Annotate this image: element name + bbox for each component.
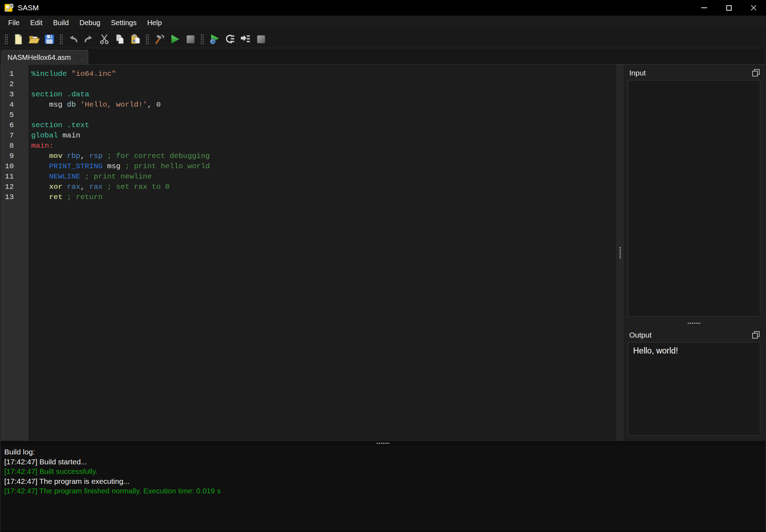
code-line: 3section .data <box>1 89 616 100</box>
float-panel-icon[interactable] <box>752 331 760 339</box>
code-text[interactable]: ret ; return <box>28 192 103 202</box>
build-log-entry: [17:42:47] The program is executing... <box>4 476 762 486</box>
menu-build[interactable]: Build <box>48 17 74 29</box>
line-number[interactable]: 10 <box>1 161 28 171</box>
code-line: 7global main <box>1 130 616 141</box>
line-number[interactable]: 7 <box>1 130 28 141</box>
paste-icon <box>130 33 141 45</box>
cut-icon <box>98 33 110 45</box>
code-text[interactable]: PRINT_STRING msg ; print hello world <box>28 161 210 171</box>
splitter-handle-icon <box>376 442 390 444</box>
line-number[interactable]: 9 <box>1 151 28 161</box>
stop-debug-button[interactable] <box>254 33 267 46</box>
line-number[interactable]: 1 <box>1 69 28 79</box>
code-text[interactable]: global main <box>28 130 80 141</box>
menu-settings[interactable]: Settings <box>106 17 142 29</box>
step-into-button[interactable] <box>238 33 252 46</box>
code-line: 2 <box>1 79 616 89</box>
copy-button[interactable] <box>113 33 126 46</box>
title-bar: SASM <box>0 0 766 16</box>
run-debug-button[interactable] <box>207 33 221 46</box>
code-line: 8main: <box>1 141 616 151</box>
code-line: 11 NEWLINE ; print newline <box>1 171 616 182</box>
stop-button[interactable] <box>184 33 197 46</box>
run-debug-icon <box>208 33 220 45</box>
float-panel-icon[interactable] <box>752 69 760 77</box>
minimize-button[interactable] <box>692 0 716 16</box>
tab-bar: NASMHellox64.asm ✎ <box>1 48 765 64</box>
menu-bar: FileEditBuildDebugSettingsHelp <box>0 16 766 30</box>
vertical-splitter[interactable] <box>616 64 624 441</box>
tab-nasmhellox64[interactable]: NASMHellox64.asm ✎ <box>1 50 88 65</box>
line-number[interactable]: 2 <box>1 79 28 89</box>
panel-splitter[interactable] <box>628 317 760 329</box>
line-number[interactable]: 6 <box>1 120 28 130</box>
new-file-icon <box>12 33 24 45</box>
splitter-handle-icon <box>687 322 701 324</box>
menu-help[interactable]: Help <box>142 17 167 29</box>
horizontal-splitter[interactable] <box>1 441 765 445</box>
code-text[interactable]: NEWLINE ; print newline <box>28 171 152 182</box>
window-controls <box>692 0 766 16</box>
line-number[interactable]: 8 <box>1 141 28 151</box>
pencil-icon: ✎ <box>76 53 83 62</box>
code-editor[interactable]: 1%include "io64.inc"23section .data4 msg… <box>1 64 616 441</box>
code-text[interactable]: msg db 'Hello, world!', 0 <box>28 100 161 110</box>
step-over-button[interactable] <box>223 33 236 46</box>
code-text[interactable]: section .text <box>28 120 89 130</box>
toolbar-handle[interactable] <box>201 34 204 45</box>
code-line: 6section .text <box>1 120 616 130</box>
line-number[interactable]: 5 <box>1 110 28 120</box>
step-over-icon <box>224 33 236 45</box>
code-line: 13 ret ; return <box>1 192 616 202</box>
cut-button[interactable] <box>97 33 111 46</box>
window-title: SASM <box>18 4 39 12</box>
redo-icon <box>83 33 95 45</box>
new-file-button[interactable] <box>11 33 25 46</box>
copy-icon <box>114 33 126 45</box>
code-line: 5 <box>1 110 616 120</box>
open-file-icon <box>28 33 40 45</box>
maximize-icon <box>726 5 732 11</box>
build-icon <box>153 33 165 45</box>
maximize-button[interactable] <box>716 0 741 16</box>
line-number[interactable]: 12 <box>1 182 28 192</box>
line-number[interactable]: 4 <box>1 100 28 110</box>
code-line: 1%include "io64.inc" <box>1 69 616 79</box>
output-box[interactable]: Hello, world! <box>628 342 760 436</box>
build-button[interactable] <box>152 33 166 46</box>
undo-button[interactable] <box>66 33 80 46</box>
input-textarea[interactable] <box>628 80 760 317</box>
toolbar-handle[interactable] <box>60 34 63 45</box>
code-text[interactable]: main: <box>28 141 53 151</box>
line-number[interactable]: 11 <box>1 171 28 182</box>
toolbar-handle[interactable] <box>5 34 8 45</box>
menu-debug[interactable]: Debug <box>74 17 106 29</box>
input-panel-label: Input <box>628 69 646 77</box>
build-log-entry: [17:42:47] Built successfully. <box>4 466 762 476</box>
code-text[interactable]: section .data <box>28 89 89 100</box>
toolbar-handle[interactable] <box>146 34 149 45</box>
code-line: 10 PRINT_STRING msg ; print hello world <box>1 161 616 171</box>
open-file-button[interactable] <box>27 33 40 46</box>
line-number[interactable]: 3 <box>1 89 28 100</box>
close-button[interactable] <box>741 0 766 16</box>
line-number[interactable]: 13 <box>1 192 28 202</box>
app-logo-icon <box>4 3 13 12</box>
code-text[interactable] <box>28 110 31 120</box>
code-text[interactable]: xor rax, rax ; set rax to 0 <box>28 182 170 192</box>
code-line: 4 msg db 'Hello, world!', 0 <box>1 100 616 110</box>
code-text[interactable] <box>28 79 31 89</box>
io-panel: Input Output Hello, world! <box>624 64 765 441</box>
build-log[interactable]: Build log: [17:42:47] Build started...[1… <box>1 445 765 532</box>
code-text[interactable]: %include "io64.inc" <box>28 69 116 79</box>
splitter-handle-icon <box>619 247 621 259</box>
menu-edit[interactable]: Edit <box>25 17 47 29</box>
paste-button[interactable] <box>129 33 142 46</box>
run-button[interactable] <box>168 33 181 46</box>
redo-button[interactable] <box>82 33 95 46</box>
save-file-button[interactable] <box>43 33 56 46</box>
toolbar <box>0 30 766 48</box>
menu-file[interactable]: File <box>3 17 25 29</box>
code-text[interactable]: mov rbp, rsp ; for correct debugging <box>28 151 210 161</box>
